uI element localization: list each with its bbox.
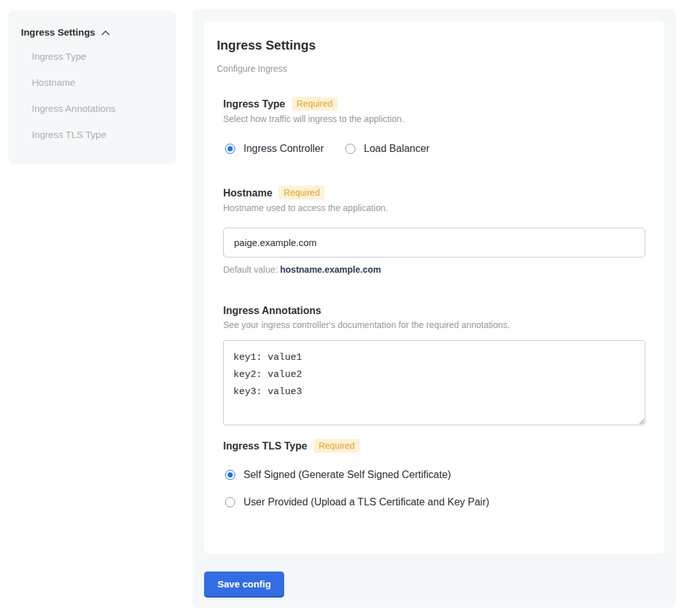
sidebar-group-label: Ingress Settings — [21, 27, 95, 38]
radio-option-load-balancer[interactable]: Load Balancer — [345, 143, 429, 154]
hostname-input[interactable] — [223, 228, 645, 257]
field-label-ingress-tls-type: Ingress TLS Type — [223, 440, 307, 452]
field-label-row: Ingress TLS Type Required — [223, 439, 645, 453]
field-label-hostname: Hostname — [223, 187, 272, 199]
sidebar-item-ingress-annotations[interactable]: Ingress Annotations — [21, 97, 163, 120]
field-group-ingress-type: Ingress Type Required Select how traffic… — [223, 97, 645, 154]
radio-selected-icon — [225, 470, 235, 480]
radio-option-self-signed[interactable]: Self Signed (Generate Self Signed Certif… — [225, 469, 645, 481]
hostname-default-value: Default value: hostname.example.com — [223, 264, 645, 275]
default-value-prefix: Default value: — [223, 264, 280, 275]
config-card: Ingress Settings Configure Ingress Ingre… — [204, 21, 664, 554]
save-config-button[interactable]: Save config — [204, 572, 284, 596]
field-help-hostname: Hostname used to access the application. — [223, 203, 645, 213]
field-group-ingress-annotations: Ingress Annotations See your ingress con… — [223, 305, 645, 425]
field-label-row: Hostname Required — [223, 186, 645, 200]
radio-unselected-icon — [225, 497, 235, 507]
default-value-text: hostname.example.com — [280, 264, 381, 275]
field-label-row: Ingress Annotations — [223, 305, 645, 317]
field-label-ingress-annotations: Ingress Annotations — [223, 305, 321, 317]
sidebar-item-ingress-tls-type[interactable]: Ingress TLS Type — [21, 123, 163, 146]
field-help-ingress-annotations: See your ingress controller's documentat… — [223, 320, 645, 330]
radio-label: Ingress Controller — [244, 143, 324, 154]
sidebar-item-list: Ingress Type Hostname Ingress Annotation… — [21, 44, 163, 146]
field-label-ingress-type: Ingress Type — [223, 98, 285, 110]
field-label-row: Ingress Type Required — [223, 97, 645, 111]
radio-label: Self Signed (Generate Self Signed Certif… — [244, 469, 451, 481]
radio-selected-icon — [225, 144, 235, 154]
required-badge: Required — [292, 97, 338, 111]
radio-option-ingress-controller[interactable]: Ingress Controller — [225, 143, 324, 154]
page-description: Configure Ingress — [217, 64, 645, 74]
radio-label: User Provided (Upload a TLS Certificate … — [244, 496, 490, 508]
required-badge: Required — [278, 186, 325, 200]
sidebar-group-ingress-settings[interactable]: Ingress Settings — [21, 27, 163, 38]
page-layout: Ingress Settings Ingress Type Hostname I… — [0, 0, 693, 616]
radio-label: Load Balancer — [364, 143, 429, 154]
tls-type-radio-group: Self Signed (Generate Self Signed Certif… — [225, 469, 645, 508]
required-badge: Required — [313, 439, 360, 453]
field-group-ingress-tls-type: Ingress TLS Type Required Self Signed (G… — [223, 439, 645, 508]
ingress-type-radio-group: Ingress Controller Load Balancer — [225, 143, 645, 154]
radio-option-user-provided[interactable]: User Provided (Upload a TLS Certificate … — [225, 496, 645, 508]
radio-unselected-icon — [345, 144, 355, 154]
page-title: Ingress Settings — [217, 38, 645, 53]
config-area: Ingress Settings Configure Ingress Ingre… — [193, 10, 676, 608]
field-help-ingress-type: Select how traffic will ingress to the a… — [223, 114, 645, 124]
config-nav-sidebar: Ingress Settings Ingress Type Hostname I… — [8, 11, 176, 164]
field-group-hostname: Hostname Required Hostname used to acces… — [223, 186, 645, 275]
sidebar-item-ingress-type[interactable]: Ingress Type — [21, 44, 163, 68]
sidebar-item-hostname[interactable]: Hostname — [21, 71, 163, 94]
annotations-textarea[interactable]: key1: value1 key2: value2 key3: value3 — [223, 340, 645, 425]
chevron-up-icon — [101, 30, 110, 36]
